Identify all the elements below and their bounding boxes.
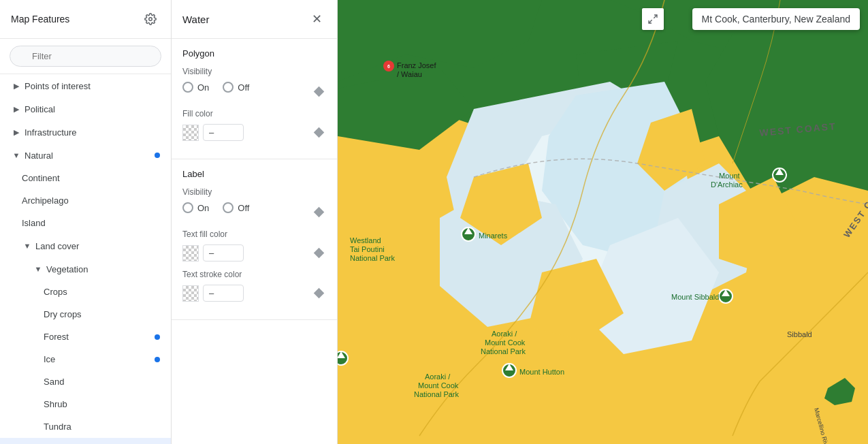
svg-text:Minarets: Minarets	[479, 232, 508, 240]
radio-off-label: Off	[238, 203, 249, 213]
visibility-label: Visibility	[182, 67, 326, 76]
radio-on-circle	[182, 82, 193, 93]
sidebar-item-vegetation[interactable]: ▼ Vegetation	[0, 257, 171, 281]
sidebar-item-crops[interactable]: Crops	[0, 281, 171, 303]
svg-text:Franz Josef: Franz Josef	[397, 61, 436, 69]
label-visibility-row: On Off	[182, 202, 326, 221]
radio-off-label: Off	[238, 82, 249, 93]
search-box[interactable]: Mt Cook, Canterbury, New Zealand	[692, 8, 860, 30]
polygon-section: Polygon Visibility On Off Fill color	[172, 39, 337, 159]
arrow-right-icon: ▶	[11, 80, 22, 91]
sidebar-item-continent[interactable]: Continent	[0, 167, 171, 189]
fill-color-diamond[interactable]	[311, 125, 326, 140]
radio-off-circle	[223, 82, 234, 93]
svg-line-56	[654, 15, 657, 18]
search-text: Mt Cook, Canterbury, New Zealand	[702, 14, 850, 25]
sidebar-item-political[interactable]: ▶ Political	[0, 97, 171, 121]
svg-text:Mount Sibbald: Mount Sibbald	[671, 293, 719, 301]
filter-input[interactable]	[10, 46, 161, 67]
sidebar-item-forest[interactable]: Forest	[0, 326, 171, 348]
polygon-visibility-on[interactable]: On	[182, 82, 209, 93]
sidebar-item-natural[interactable]: ▼ Natural	[0, 144, 171, 167]
sidebar-item-label: Points of interest	[25, 81, 160, 91]
sidebar-item-tundra[interactable]: Tundra	[0, 415, 171, 438]
radio-on-label: On	[197, 82, 209, 93]
text-stroke-swatch[interactable]	[182, 285, 199, 302]
sidebar-item-archipelago[interactable]: Archipelago	[0, 189, 171, 212]
modified-dot	[155, 334, 160, 340]
sidebar-item-ice[interactable]: Ice	[0, 348, 171, 370]
modified-dot	[155, 153, 160, 158]
mid-panel-header: Water ✕	[172, 0, 337, 39]
text-stroke-row: –	[182, 285, 326, 302]
sidebar-item-label: Ice	[44, 354, 155, 364]
mid-panel-title: Water	[182, 14, 209, 25]
left-panel: Map Features ▶ Points of interest ▶	[0, 0, 172, 444]
sidebar-item-sand[interactable]: Sand	[0, 370, 171, 393]
fill-color-label: Fill color	[182, 109, 326, 118]
sidebar-item-label: Sand	[44, 377, 160, 387]
sidebar-item-label: Shrub	[44, 399, 160, 409]
radio-on-circle	[182, 202, 193, 213]
sidebar-item-land-cover[interactable]: ▼ Land cover	[0, 234, 171, 257]
sidebar-item-label: Crops	[44, 287, 160, 297]
fill-color-swatch[interactable]	[182, 125, 199, 141]
svg-text:Mount Cook: Mount Cook	[485, 338, 526, 347]
polygon-visibility-row: On Off	[182, 82, 326, 101]
nav-list: ▶ Points of interest ▶ Political ▶ Infra…	[0, 74, 171, 444]
text-fill-diamond[interactable]	[311, 246, 326, 261]
sidebar-item-label: Continent	[22, 173, 160, 183]
svg-text:National Park: National Park	[414, 390, 460, 398]
svg-text:Mount Hutton: Mount Hutton	[519, 368, 564, 376]
svg-text:Tai Poutini: Tai Poutini	[350, 245, 385, 253]
polygon-fill-row: –	[182, 124, 326, 141]
arrow-down-icon: ▼	[33, 264, 44, 274]
arrow-down-icon: ▼	[11, 150, 22, 161]
text-fill-label: Text fill color	[182, 229, 326, 239]
label-visibility-diamond[interactable]	[311, 204, 326, 219]
label-visibility-off[interactable]: Off	[223, 202, 249, 213]
sidebar-item-label: Natural	[25, 150, 155, 161]
text-stroke-label: Text stroke color	[182, 270, 326, 279]
sidebar-item-infrastructure[interactable]: ▶ Infrastructure	[0, 121, 171, 144]
sidebar-item-dry-crops[interactable]: Dry crops	[0, 303, 171, 326]
sidebar-item-label: Vegetation	[46, 264, 160, 274]
text-stroke-diamond[interactable]	[311, 286, 326, 301]
label-visibility-label: Visibility	[182, 187, 326, 197]
expand-button[interactable]	[642, 8, 664, 30]
map-area[interactable]: WEST COAST CANTERBURY WEST COAST CANTERB…	[338, 0, 868, 444]
text-fill-swatch[interactable]	[182, 245, 199, 261]
filter-bar	[0, 39, 171, 74]
text-fill-swatch-wrap: –	[182, 244, 311, 261]
svg-text:Mount: Mount	[719, 172, 740, 180]
panel-title: Map Features	[11, 14, 69, 25]
sidebar-item-label: Island	[22, 218, 160, 228]
text-fill-row: –	[182, 244, 326, 261]
polygon-visibility-diamond[interactable]	[311, 84, 326, 99]
fill-color-swatch-wrap: –	[182, 124, 311, 141]
text-fill-value[interactable]: –	[203, 244, 244, 261]
sidebar-item-island[interactable]: Island	[0, 212, 171, 234]
radio-off-circle	[223, 202, 234, 213]
sidebar-item-label: Land cover	[35, 241, 160, 251]
text-stroke-swatch-wrap: –	[182, 285, 311, 302]
arrow-right-icon: ▶	[11, 104, 22, 114]
sidebar-item-water[interactable]: ▶ Water	[0, 438, 171, 444]
polygon-heading: Polygon	[182, 48, 326, 59]
arrow-right-icon: ▶	[11, 127, 22, 138]
fill-color-value[interactable]: –	[203, 124, 244, 141]
close-button[interactable]: ✕	[307, 10, 326, 29]
sidebar-item-label: Dry crops	[44, 309, 160, 319]
label-heading: Label	[182, 169, 326, 179]
polygon-visibility-off[interactable]: Off	[223, 82, 249, 93]
sidebar-item-label: Forest	[44, 332, 155, 342]
map-svg: WEST COAST CANTERBURY WEST COAST CANTERB…	[338, 0, 868, 444]
radio-on-label: On	[197, 203, 209, 213]
arrow-down-icon: ▼	[22, 240, 33, 251]
sidebar-item-shrub[interactable]: Shrub	[0, 393, 171, 415]
gear-button[interactable]	[141, 10, 160, 29]
svg-text:Aoraki /: Aoraki /	[492, 330, 517, 338]
text-stroke-value[interactable]: –	[203, 285, 244, 302]
label-visibility-on[interactable]: On	[182, 202, 209, 213]
sidebar-item-points-of-interest[interactable]: ▶ Points of interest	[0, 74, 171, 97]
